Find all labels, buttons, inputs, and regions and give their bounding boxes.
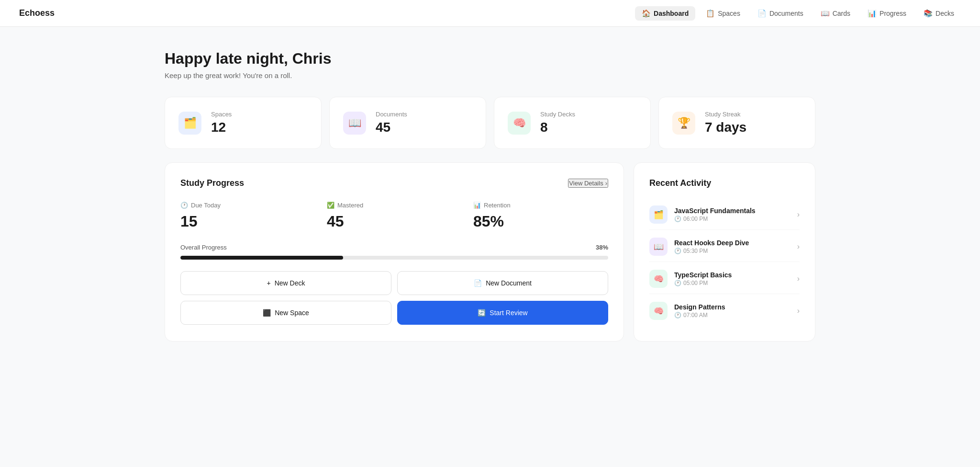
activity-time-design: 🕐 07:00 AM	[674, 312, 725, 319]
recent-activity-panel: Recent Activity 🗂️ JavaScript Fundamenta…	[634, 162, 815, 342]
clock-icon: 🕐	[674, 280, 681, 286]
study-streak-stat-value: 7 days	[705, 120, 746, 135]
retention-value: 85%	[473, 213, 608, 230]
stat-card-documents[interactable]: 📖 Documents 45	[329, 97, 486, 149]
action-buttons-grid: + New Deck 📄 New Document ⬛ New Space 🔄 …	[180, 271, 608, 325]
check-icon: ✅	[327, 202, 334, 209]
progress-bar-fill	[180, 256, 343, 260]
due-today-stat: 🕐 Due Today 15	[180, 202, 315, 230]
activity-item-ts[interactable]: 🧠 TypeScript Basics 🕐 05:00 PM ›	[649, 264, 800, 294]
spaces-stat-icon: 🗂️	[178, 112, 201, 135]
study-decks-stat-label: Study Decks	[540, 111, 575, 118]
greeting-subtitle: Keep up the great work! You're on a roll…	[165, 71, 815, 80]
activity-name-design: Design Patterns	[674, 303, 725, 311]
nav-decks[interactable]: 📚 Decks	[917, 6, 961, 21]
stat-card-study-streak[interactable]: 🏆 Study Streak 7 days	[658, 97, 815, 149]
clock-icon: 🕐	[180, 202, 188, 209]
decks-icon: 📚	[924, 9, 933, 18]
clock-icon: 🕐	[674, 216, 681, 222]
clock-icon: 🕐	[674, 312, 681, 319]
nav-progress[interactable]: 📊 Progress	[861, 6, 913, 21]
retention-stat: 📊 Retention 85%	[473, 202, 608, 230]
study-decks-stat-value: 8	[540, 120, 575, 135]
new-deck-button[interactable]: + New Deck	[180, 271, 391, 295]
activity-icon-ts: 🧠	[649, 270, 668, 288]
documents-stat-label: Documents	[376, 111, 407, 118]
stat-card-study-decks[interactable]: 🧠 Study Decks 8	[494, 97, 651, 149]
activity-item-react[interactable]: 📖 React Hooks Deep Dive 🕐 05:30 PM ›	[649, 232, 800, 262]
progress-stats-row: 🕐 Due Today 15 ✅ Mastered 45 📊 Retenti	[180, 202, 608, 230]
documents-stat-icon: 📖	[343, 112, 366, 135]
review-icon: 🔄	[478, 309, 486, 317]
activity-time-ts: 🕐 05:00 PM	[674, 280, 732, 286]
activity-name-js: JavaScript Fundamentals	[674, 207, 756, 215]
study-streak-stat-label: Study Streak	[705, 111, 746, 118]
activity-icon-react: 📖	[649, 238, 668, 256]
activity-item-js[interactable]: 🗂️ JavaScript Fundamentals 🕐 06:00 PM ›	[649, 200, 800, 230]
greeting-title: Happy late night, Chris	[165, 50, 815, 68]
arrow-icon: ›	[797, 307, 800, 315]
arrow-icon: ›	[797, 242, 800, 251]
progress-header: Study Progress View Details ›	[180, 178, 608, 188]
documents-icon: 📄	[757, 9, 767, 18]
spaces-stat-value: 12	[211, 120, 232, 135]
study-progress-panel: Study Progress View Details › 🕐 Due Toda…	[165, 162, 624, 342]
nav-dashboard[interactable]: 🏠 Dashboard	[635, 6, 695, 21]
view-details-button[interactable]: View Details ›	[568, 179, 608, 188]
activity-time-js: 🕐 06:00 PM	[674, 216, 756, 222]
stat-card-spaces[interactable]: 🗂️ Spaces 12	[165, 97, 322, 149]
new-space-button[interactable]: ⬛ New Space	[180, 301, 391, 325]
documents-stat-value: 45	[376, 120, 407, 135]
main-content: Happy late night, Chris Keep up the grea…	[145, 27, 835, 361]
activity-icon-js: 🗂️	[649, 205, 668, 224]
bar-chart-icon: 📊	[473, 202, 481, 209]
nav-links: 🏠 Dashboard 📋 Spaces 📄 Documents 📖 Cards…	[635, 6, 961, 21]
progress-bar-track	[180, 256, 608, 260]
progress-title: Study Progress	[180, 178, 244, 188]
arrow-icon: ›	[797, 210, 800, 219]
clock-icon: 🕐	[674, 248, 681, 254]
spaces-stat-label: Spaces	[211, 111, 232, 118]
study-streak-stat-icon: 🏆	[672, 112, 695, 135]
plus-icon: +	[267, 279, 271, 287]
cards-icon: 📖	[821, 9, 830, 18]
overall-progress-pct: 38%	[596, 244, 608, 251]
mastered-value: 45	[327, 213, 462, 230]
bottom-row: Study Progress View Details › 🕐 Due Toda…	[165, 162, 815, 342]
new-document-button[interactable]: 📄 New Document	[397, 271, 608, 295]
stat-cards-row: 🗂️ Spaces 12 📖 Documents 45 🧠 Study Deck…	[165, 97, 815, 149]
activity-list: 🗂️ JavaScript Fundamentals 🕐 06:00 PM ›	[649, 200, 800, 326]
mastered-stat: ✅ Mastered 45	[327, 202, 462, 230]
navbar: Echoess 🏠 Dashboard 📋 Spaces 📄 Documents…	[0, 0, 980, 27]
activity-item-design[interactable]: 🧠 Design Patterns 🕐 07:00 AM ›	[649, 296, 800, 326]
overall-progress-label: Overall Progress	[180, 244, 227, 251]
document-icon: 📄	[474, 279, 482, 287]
home-icon: 🏠	[642, 9, 651, 18]
study-decks-stat-icon: 🧠	[508, 112, 531, 135]
activity-name-ts: TypeScript Basics	[674, 271, 732, 279]
start-review-button[interactable]: 🔄 Start Review	[397, 301, 608, 325]
brand: Echoess	[19, 8, 55, 18]
activity-name-react: React Hooks Deep Dive	[674, 239, 749, 247]
progress-icon: 📊	[868, 9, 877, 18]
spaces-icon: 📋	[706, 9, 715, 18]
nav-spaces[interactable]: 📋 Spaces	[699, 6, 747, 21]
activity-title: Recent Activity	[649, 178, 800, 188]
activity-time-react: 🕐 05:30 PM	[674, 248, 749, 254]
space-icon: ⬛	[263, 309, 271, 317]
nav-cards[interactable]: 📖 Cards	[814, 6, 857, 21]
activity-icon-design: 🧠	[649, 302, 668, 320]
nav-documents[interactable]: 📄 Documents	[751, 6, 810, 21]
overall-progress-section: Overall Progress 38%	[180, 244, 608, 260]
due-today-value: 15	[180, 213, 315, 230]
arrow-icon: ›	[797, 274, 800, 283]
